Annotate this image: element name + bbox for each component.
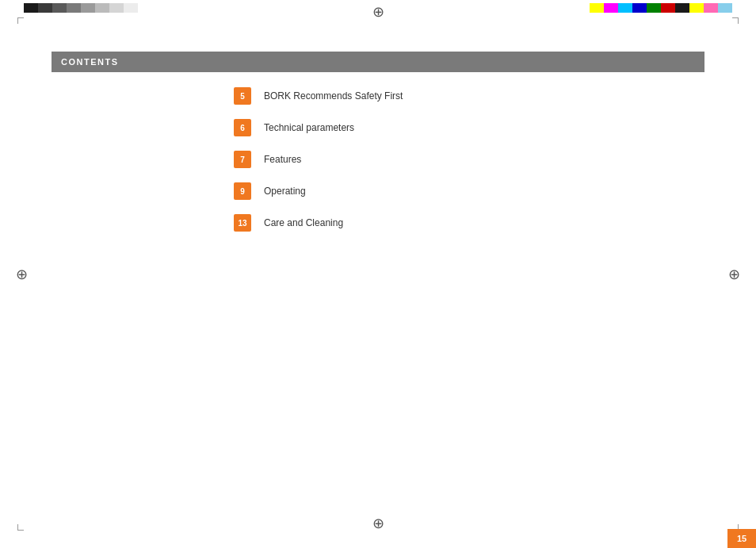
color-swatch-right <box>704 3 718 13</box>
crosshair-bottom-icon: ⊕ <box>372 515 384 532</box>
toc-item: 7Features <box>234 151 403 168</box>
color-swatch-left <box>38 3 52 13</box>
corner-mark-bl <box>17 524 24 531</box>
color-swatch-right <box>590 3 604 13</box>
color-swatch-right <box>689 3 704 13</box>
color-swatch-left <box>81 3 95 13</box>
toc-item: 6Technical parameters <box>234 119 403 136</box>
color-swatch-right <box>604 3 618 13</box>
toc-badge: 7 <box>234 151 251 168</box>
page-number-badge: 15 <box>727 529 756 548</box>
color-swatch-right <box>661 3 675 13</box>
color-swatch-left <box>95 3 109 13</box>
color-swatch-left <box>138 3 152 13</box>
color-swatch-right <box>632 3 647 13</box>
color-swatch-right <box>647 3 661 13</box>
color-strip-right <box>590 3 732 13</box>
color-strip-left <box>24 3 152 13</box>
toc-item: 13Care and Cleaning <box>234 214 403 232</box>
toc-badge: 13 <box>234 214 251 232</box>
color-swatch-left <box>124 3 138 13</box>
toc-badge: 6 <box>234 119 251 136</box>
toc-item: 9Operating <box>234 182 403 200</box>
contents-title: CONTENTS <box>61 57 119 67</box>
corner-mark-tr <box>732 17 739 24</box>
crosshair-left-icon: ⊕ <box>16 266 28 283</box>
toc-label: BORK Recommends Safety First <box>264 90 403 102</box>
contents-header-bar: CONTENTS <box>52 52 704 72</box>
color-swatch-left <box>109 3 124 13</box>
toc-label: Operating <box>264 186 306 197</box>
toc-container: 5BORK Recommends Safety First6Technical … <box>234 87 403 246</box>
toc-badge: 9 <box>234 182 251 200</box>
toc-item: 5BORK Recommends Safety First <box>234 87 403 105</box>
color-swatch-right <box>675 3 689 13</box>
toc-label: Features <box>264 154 301 165</box>
color-swatch-right <box>718 3 732 13</box>
toc-label: Technical parameters <box>264 122 354 133</box>
toc-label: Care and Cleaning <box>264 217 343 228</box>
toc-badge: 5 <box>234 87 251 105</box>
color-swatch-left <box>24 3 38 13</box>
crosshair-top-center-icon: ⊕ <box>372 3 384 21</box>
color-swatch-left <box>52 3 67 13</box>
crosshair-right-icon: ⊕ <box>728 266 740 283</box>
corner-mark-tl <box>17 17 24 24</box>
color-swatch-right <box>618 3 632 13</box>
color-swatch-left <box>67 3 81 13</box>
